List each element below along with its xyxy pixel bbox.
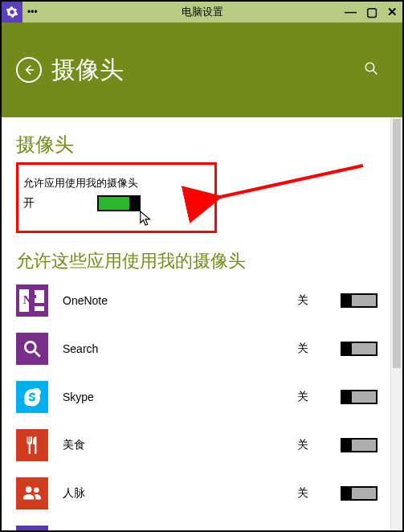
app-toggle-state: 关 <box>297 293 337 308</box>
app-toggle[interactable] <box>341 390 377 404</box>
calendar-icon <box>16 526 48 530</box>
search-icon <box>364 61 378 76</box>
section-heading-camera: 摄像头 <box>16 132 377 158</box>
app-row-skype: Skype 关 <box>16 381 377 413</box>
app-name: Skype <box>63 391 297 403</box>
maximize-button[interactable]: ▢ <box>366 5 377 19</box>
app-toggle-state: 关 <box>297 438 337 452</box>
app-toggle[interactable] <box>341 438 377 452</box>
app-toggle[interactable] <box>341 342 377 356</box>
main-content: 摄像头 允许应用使用我的摄像头 开 允许这些应用使用我的摄像头 N OneNot… <box>2 117 390 530</box>
food-icon <box>16 429 48 461</box>
page-title: 摄像头 <box>51 54 124 87</box>
close-button[interactable]: ✕ <box>387 5 398 19</box>
title-bar: ••• 电脑设置 — ▢ ✕ <box>2 2 402 23</box>
page-header: 摄像头 <box>2 23 402 117</box>
app-toggle-state: 关 <box>297 342 337 356</box>
skype-icon <box>16 381 48 413</box>
svg-line-3 <box>34 350 40 357</box>
menu-dots[interactable]: ••• <box>27 6 38 18</box>
app-name: 人脉 <box>63 486 297 501</box>
app-row-people: 人脉 关 <box>16 477 377 509</box>
master-toggle[interactable] <box>97 195 141 211</box>
app-name: 美食 <box>63 438 297 452</box>
highlight-box: 允许应用使用我的摄像头 开 <box>16 162 217 233</box>
app-icon <box>2 2 22 23</box>
arrow-left-icon <box>22 63 35 76</box>
cursor-icon <box>139 210 153 231</box>
gear-icon <box>6 6 18 18</box>
back-button[interactable] <box>16 57 42 83</box>
app-name: Search <box>63 342 297 355</box>
app-toggle-state: 关 <box>297 390 337 404</box>
scrollbar-thumb[interactable] <box>393 119 401 368</box>
allow-apps-label: 允许应用使用我的摄像头 <box>23 176 205 190</box>
svg-point-0 <box>365 63 374 72</box>
master-toggle-state: 开 <box>23 196 35 211</box>
app-toggle-state: 关 <box>297 486 337 501</box>
app-list: N OneNote 关 Search 关 Skype 关 <box>16 284 377 530</box>
onenote-icon: N <box>16 284 48 317</box>
app-row-food: 美食 关 <box>16 429 377 461</box>
people-icon <box>16 477 48 509</box>
search-app-icon <box>16 333 48 365</box>
app-name: OneNote <box>63 294 297 307</box>
minimize-button[interactable]: — <box>345 5 357 19</box>
svg-line-1 <box>373 70 377 74</box>
search-button[interactable] <box>364 61 378 79</box>
scrollbar[interactable] <box>390 117 402 530</box>
window-title: 电脑设置 <box>2 5 402 19</box>
app-row-onenote: N OneNote 关 <box>16 284 377 317</box>
app-row-search: Search 关 <box>16 333 377 365</box>
app-toggle[interactable] <box>341 293 377 308</box>
section-heading-apps: 允许这些应用使用我的摄像头 <box>16 249 377 273</box>
app-toggle[interactable] <box>341 486 377 501</box>
app-row-calendar: 日历 关 <box>16 526 377 530</box>
